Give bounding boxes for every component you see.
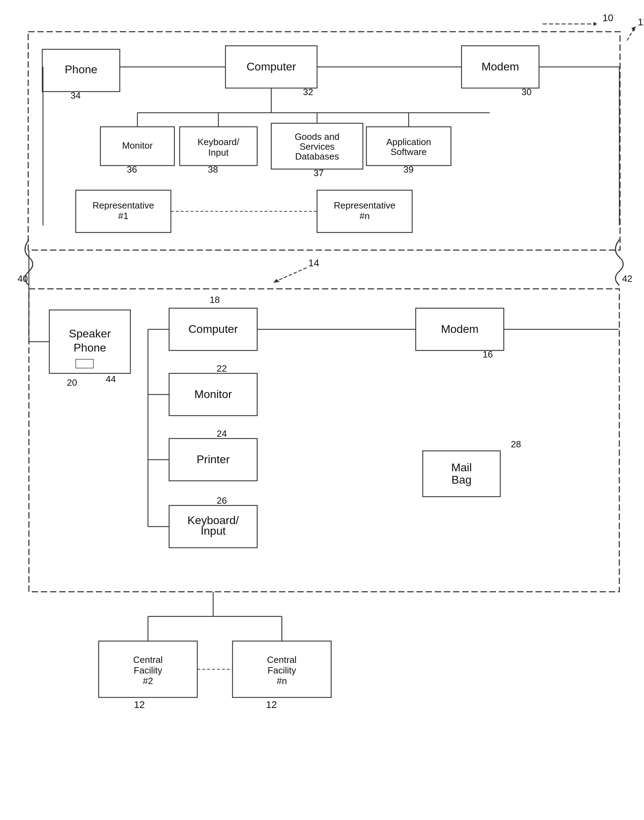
ref-12-top: 12	[638, 17, 644, 28]
ref-12-cf2: 12	[134, 699, 145, 710]
ref-14: 14	[308, 257, 319, 268]
speaker-phone-label1: Speaker	[69, 327, 111, 340]
monitor-bottom-label: Monitor	[195, 388, 232, 400]
modem-bottom-label: Modem	[441, 323, 479, 335]
modem-top-label: Modem	[481, 60, 519, 73]
ref-36: 36	[127, 164, 137, 175]
speaker-detail	[76, 359, 94, 368]
speaker-phone-label2: Phone	[74, 341, 106, 354]
keyboard-top-label2: Input	[208, 147, 229, 158]
ref-20: 20	[67, 377, 77, 388]
mail-bag-label1: Mail	[451, 461, 472, 474]
rep1-label2: #1	[118, 211, 129, 221]
svg-line-4	[275, 268, 307, 282]
ref-16: 16	[483, 349, 493, 360]
ref-34: 34	[71, 90, 81, 101]
goods-db-label3: Databases	[295, 151, 339, 162]
cf2-label2: Facility	[134, 665, 163, 676]
computer-bottom-label: Computer	[189, 323, 238, 335]
ref-44: 44	[106, 374, 116, 384]
svg-marker-5	[273, 279, 280, 283]
cf2-label1: Central	[133, 654, 163, 665]
ref-40: 40	[18, 273, 28, 284]
rep1-label1: Representative	[93, 200, 154, 211]
cf2-label3: #2	[143, 676, 153, 686]
cfn-label2: Facility	[268, 665, 296, 676]
ref-26-arrow: 26	[217, 495, 227, 506]
cfn-label3: #n	[277, 676, 287, 686]
ref-30: 30	[521, 87, 532, 97]
mail-bag-label2: Bag	[452, 474, 472, 486]
cfn-label1: Central	[267, 654, 297, 665]
ref-38: 38	[208, 164, 218, 175]
ref-37: 37	[314, 168, 324, 178]
svg-marker-1	[593, 22, 597, 26]
ref-10: 10	[603, 12, 613, 23]
repn-label1: Representative	[334, 200, 396, 211]
goods-db-label1: Goods and	[294, 131, 339, 142]
repn-label2: #n	[360, 211, 370, 221]
keyboard-top-label: Keyboard/	[198, 136, 239, 147]
diagram-container: 10 12 Phone 34 Computer 32 Modem 30 Moni…	[0, 0, 644, 820]
monitor-top-label: Monitor	[122, 140, 153, 151]
ref-32: 32	[303, 87, 313, 97]
ref-24-arrow: 24	[217, 428, 227, 439]
ref-42: 42	[622, 273, 632, 284]
ref-18-arrow: 18	[210, 294, 220, 305]
goods-db-label2: Services	[299, 141, 335, 152]
keyboard-bottom-label2: Input	[201, 524, 225, 537]
svg-marker-3	[631, 26, 636, 32]
app-software-label2: Software	[391, 147, 427, 157]
ref-22-arrow: 22	[217, 363, 227, 374]
phone-label: Phone	[65, 63, 98, 76]
computer-top-label: Computer	[247, 60, 296, 73]
ref-39: 39	[403, 164, 414, 175]
printer-bottom-label: Printer	[196, 453, 230, 466]
ref-28-arrow: 28	[511, 439, 521, 449]
app-software-label1: Application	[386, 136, 431, 147]
ref-12-cfn: 12	[266, 699, 277, 710]
